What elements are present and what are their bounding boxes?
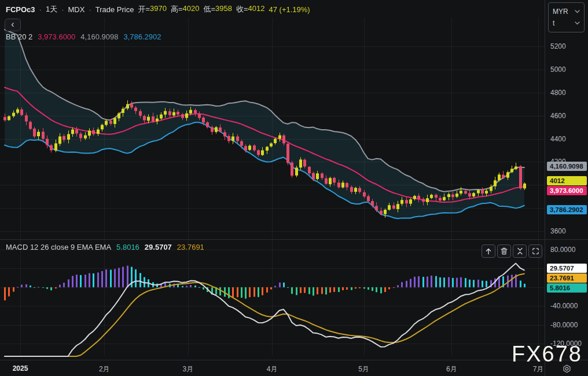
macd-axis-tick: -40.0000 — [550, 301, 578, 311]
ohlc-close: 收= 4012 — [236, 4, 265, 14]
bb-indicator-legend[interactable]: BB 20 2 3,973.6000 4,160.9098 3,786.2902 — [6, 32, 161, 41]
signal-value-badge: 23.7691 — [547, 273, 587, 283]
series-type-label: Trade Price — [95, 5, 134, 14]
time-axis-label: 4月 — [255, 364, 289, 374]
last-price-badge: 4012 — [547, 176, 587, 185]
macd-value-badge: 29.5707 — [547, 264, 587, 273]
unit-dropdown[interactable]: t — [553, 19, 580, 27]
bb-upper-value: 4,160.9098 — [80, 32, 118, 41]
arrow-up-icon — [485, 248, 492, 255]
chevron-down-icon — [575, 10, 580, 13]
macd-axis-tick: -80.0000 — [550, 320, 578, 330]
price-axis-tick: 5200 — [550, 42, 566, 51]
bb-upper-badge: 4,160.9098 — [547, 162, 587, 171]
bb-title: BB 20 2 — [6, 32, 32, 41]
price-axis-tick: 3600 — [550, 227, 566, 236]
chevron-down-icon — [575, 21, 580, 25]
macd-signal-value: 23.7691 — [177, 243, 204, 251]
time-axis-label: 2月 — [87, 364, 122, 374]
trash-icon — [501, 247, 508, 255]
axis-unit-panel: MYR t — [548, 2, 585, 32]
ohlc-open: 开= 3970 — [138, 4, 167, 14]
hist-value-badge: 5.8016 — [547, 283, 587, 293]
bb-lower-badge: 3,786.2902 — [547, 205, 587, 214]
ohlc-low: 低= 3958 — [203, 4, 232, 14]
macd-indicator-legend[interactable]: MACD 12 26 close 9 EMA EMA 5.8016 29.570… — [6, 243, 204, 251]
header-separator: · — [39, 5, 42, 14]
chevron-left-icon: ‹ — [11, 20, 14, 29]
unit-value: t — [553, 19, 554, 27]
macd-axis-tick: 80.0000 — [550, 245, 575, 254]
time-axis-label: 2025 — [3, 364, 38, 373]
pane-separator[interactable] — [0, 239, 588, 240]
maximize-pane-button[interactable] — [528, 244, 542, 258]
maximize-icon — [532, 247, 539, 255]
price-axis-tick: 4800 — [550, 88, 566, 97]
symbol-header: FCPOc3 · 1天 · MDX · Trade Price 开= 3970 … — [6, 4, 310, 14]
time-axis-label: 6月 — [434, 364, 469, 374]
time-axis-label: 5月 — [347, 364, 381, 374]
ohlc-high: 高= 4020 — [171, 4, 200, 14]
exchange-label: MDX — [68, 5, 85, 14]
macd-title: MACD 12 26 close 9 EMA EMA — [6, 243, 111, 251]
fx678-watermark: FX678 — [512, 343, 582, 365]
remove-indicator-button[interactable] — [497, 244, 511, 258]
move-pane-up-button[interactable] — [482, 244, 495, 258]
macd-line-value: 29.5707 — [145, 243, 172, 251]
interval-label[interactable]: 1天 — [46, 4, 57, 14]
currency-dropdown[interactable]: MYR — [553, 8, 580, 16]
price-axis[interactable]: 520050004800460044004200360080.0000-40.0… — [545, 0, 588, 360]
bb-basis-value: 3,973.6000 — [38, 32, 75, 41]
time-axis[interactable]: 20252月3月4月5月6月7月 — [0, 360, 588, 376]
trading-chart-window: 520050004800460044004200360080.0000-40.0… — [0, 0, 588, 376]
bb-basis-badge: 3,973.6000 — [547, 186, 587, 195]
macd-pane-toolbar — [482, 244, 542, 258]
collapse-pane-button[interactable] — [513, 244, 527, 258]
price-macd-chart-canvas[interactable] — [0, 0, 545, 360]
time-axis-label: 3月 — [171, 364, 205, 374]
bb-lower-value: 3,786.2902 — [123, 32, 161, 41]
symbol-name[interactable]: FCPOc3 — [6, 5, 35, 14]
header-separator: · — [61, 5, 64, 14]
collapse-icon — [517, 247, 523, 255]
price-axis-tick: 4600 — [550, 111, 566, 121]
back-button[interactable]: ‹ — [5, 19, 21, 31]
change-value: 47 (+1.19%) — [269, 5, 310, 14]
macd-histogram-value: 5.8016 — [116, 243, 139, 251]
currency-value: MYR — [553, 8, 568, 16]
price-axis-tick: 4400 — [550, 134, 566, 144]
header-separator: · — [89, 5, 91, 14]
price-axis-tick: 5000 — [550, 65, 566, 74]
